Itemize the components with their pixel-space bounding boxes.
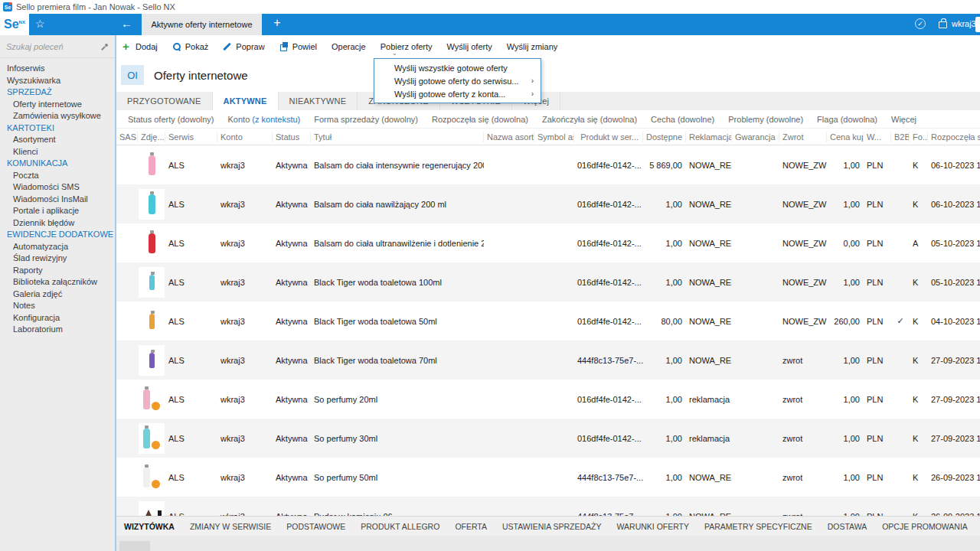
menu-item[interactable]: Wyślij wszystkie gotowe oferty bbox=[374, 61, 541, 74]
column-header-konto[interactable]: Konto bbox=[217, 132, 273, 142]
toolbar-button[interactable]: Pokaż bbox=[172, 42, 209, 51]
sidebar-item[interactable]: Konfiguracja bbox=[0, 312, 115, 324]
table-row[interactable]: ALSwkraj3AktywnaPuder w kamieniu 06444f8… bbox=[116, 497, 980, 516]
detail-tab[interactable]: PARAMETRY SPECYFICZNE bbox=[697, 522, 820, 531]
view-tab[interactable]: PRZYGOTOWANE bbox=[116, 92, 213, 110]
favorites-star-icon[interactable]: ☆ bbox=[35, 18, 45, 30]
column-header-rozpoczela[interactable]: Rozpoczęła się bbox=[928, 132, 980, 142]
sidebar-item[interactable]: Notes bbox=[0, 300, 115, 312]
filter-chip[interactable]: Cecha (dowolne) bbox=[644, 115, 721, 124]
filter-chip[interactable]: Konto (z kontekstu) bbox=[221, 115, 308, 124]
account-name: wkraj3 bbox=[952, 19, 976, 28]
column-header-gwarancja[interactable]: Gwarancja bbox=[732, 132, 779, 142]
table-row[interactable]: ALSwkraj3AktywnaBalsam do ciała nawilżaj… bbox=[116, 184, 980, 223]
sidebar-item[interactable]: Laboratorium bbox=[0, 324, 115, 336]
toolbar-button[interactable]: Pobierz oferty bbox=[381, 42, 433, 51]
column-header-serwis[interactable]: Serwis bbox=[165, 132, 217, 142]
toolbar-button[interactable]: Powiel bbox=[279, 42, 317, 51]
detail-tab[interactable]: DOSTAWA bbox=[820, 522, 875, 531]
detail-tab[interactable]: USTAWIENIA SPRZEDAŻY bbox=[495, 522, 609, 531]
sidebar-item[interactable]: Oferty internetowe bbox=[0, 99, 115, 111]
sidebar-item[interactable]: Portale i aplikacje bbox=[0, 205, 115, 217]
table-row[interactable]: ALSwkraj3AktywnaBalsam do ciała intensyw… bbox=[116, 145, 980, 184]
pin-icon[interactable] bbox=[101, 43, 109, 51]
column-header-b2b[interactable]: B2B bbox=[891, 132, 910, 142]
column-header-produkt[interactable]: Produkt w ser... bbox=[574, 132, 643, 142]
filter-chip[interactable]: Problemy (dowolne) bbox=[721, 115, 810, 124]
detail-tab[interactable]: OPCJE PROMOWANIA bbox=[874, 522, 975, 531]
sidebar-item[interactable]: Zamówienia wysyłkowe bbox=[0, 110, 115, 122]
sidebar-item[interactable]: Ślad rewizyjny bbox=[0, 253, 115, 265]
column-header-thumb[interactable]: Zdję... bbox=[138, 132, 165, 142]
toolbar-button[interactable]: Operacje bbox=[332, 42, 366, 51]
cell-produkt: 444f8c13-75e7-... bbox=[574, 473, 643, 482]
detail-tab[interactable]: OFERTA bbox=[447, 522, 495, 531]
filter-chip[interactable]: Forma sprzedaży (dowolny) bbox=[307, 115, 425, 124]
detail-tab[interactable]: PRODUKT ALLEGRO bbox=[353, 522, 447, 531]
menu-item[interactable]: Wyślij gotowe oferty z konta...› bbox=[374, 87, 541, 100]
column-header-nazwa[interactable]: Nazwa asort...▲ bbox=[484, 132, 534, 142]
table-row[interactable]: ALSwkraj3AktywnaBalsam do ciała ultranaw… bbox=[116, 223, 980, 262]
detail-tab[interactable]: WARUNKI OFERTY bbox=[609, 522, 697, 531]
toolbar-button[interactable]: Popraw bbox=[223, 42, 264, 51]
column-header-cena[interactable]: Cena kup t... bbox=[827, 132, 864, 142]
table-row[interactable]: ALSwkraj3AktywnaBlack Tiger woda toaleto… bbox=[116, 302, 980, 341]
sidebar-item[interactable]: Biblioteka załączników bbox=[0, 276, 115, 289]
cell-reklamacja: reklamacja bbox=[686, 434, 732, 443]
cell-produkt: 444f8c13-75e7-... bbox=[574, 356, 643, 365]
sidebar-item[interactable]: Automatyzacja bbox=[0, 241, 115, 253]
filter-chip[interactable]: Status oferty (dowolny) bbox=[121, 115, 221, 124]
column-header-status[interactable]: Status bbox=[273, 132, 311, 142]
search-input[interactable] bbox=[6, 42, 98, 51]
filter-chip[interactable]: Flaga (dowolna) bbox=[810, 115, 884, 124]
filter-chip[interactable]: Rozpoczęła się (dowolna) bbox=[425, 115, 535, 124]
sidebar-item[interactable]: Wyszukiwarka bbox=[0, 75, 115, 87]
view-tab[interactable]: AKTYWNE bbox=[213, 92, 279, 110]
column-header-fo[interactable]: Fo... bbox=[910, 132, 928, 142]
detail-tab[interactable]: WIZYTÓWKA bbox=[116, 522, 182, 531]
toolbar-button[interactable]: Wyślij zmiany bbox=[507, 42, 558, 51]
sidebar-item[interactable]: Wiadomości SMS bbox=[0, 181, 115, 194]
sidebar-item[interactable]: Klienci bbox=[0, 146, 115, 158]
document-tab-active[interactable]: Aktywne oferty internetowe bbox=[142, 14, 262, 35]
sidebar-item[interactable]: Dziennik błędów bbox=[0, 217, 115, 230]
chevron-down-icon: ⌄ bbox=[392, 50, 397, 57]
menu-item[interactable]: Wyślij gotowe oferty do serwisu...› bbox=[374, 74, 541, 87]
sidebar-item[interactable]: Poczta bbox=[0, 170, 115, 182]
column-header-zwrot[interactable]: Zwrot bbox=[779, 132, 827, 142]
table-row[interactable]: ALSwkraj3AktywnaSo perfumy 50ml444f8c13-… bbox=[116, 458, 980, 497]
toolbar-button[interactable]: Dodaj bbox=[122, 42, 158, 51]
detail-tab[interactable]: ZDJĘCIA bbox=[975, 522, 980, 531]
back-arrow-icon[interactable]: ← bbox=[121, 17, 132, 30]
column-header-waluta[interactable]: W... bbox=[864, 132, 891, 142]
sidebar-item[interactable]: Raporty bbox=[0, 265, 115, 277]
table-row[interactable]: ALSwkraj3AktywnaSo perfumy 20ml016df4fe-… bbox=[116, 380, 980, 419]
filter-chip[interactable]: Zakończyła się (dowolna) bbox=[535, 115, 644, 124]
sidebar-item[interactable]: Galeria zdjęć bbox=[0, 289, 115, 301]
sidebar-item[interactable]: Infoserwis bbox=[0, 63, 115, 75]
cell-status: Aktywna bbox=[273, 239, 311, 248]
cell-dostepne: 1,00 bbox=[643, 239, 686, 248]
filter-label: Forma sprzedaży bbox=[314, 115, 381, 124]
column-header-tytul[interactable]: Tytuł bbox=[311, 132, 484, 142]
filter-chip[interactable]: Więcej bbox=[884, 115, 923, 124]
column-header-symbol[interactable]: Symbol as... bbox=[534, 132, 574, 142]
sidebar-item[interactable]: Wiadomości InsMail bbox=[0, 194, 115, 206]
new-tab-button[interactable]: + bbox=[266, 16, 288, 30]
view-tab[interactable]: NIEAKTYWNE bbox=[279, 92, 358, 110]
edge-partial-button[interactable] bbox=[975, 17, 980, 32]
detail-tab[interactable]: PODSTAWOWE bbox=[279, 522, 353, 531]
table-row[interactable]: ALSwkraj3AktywnaBlack Tiger woda toaleto… bbox=[116, 262, 980, 302]
column-header-reklamacja[interactable]: Reklamacja bbox=[686, 132, 732, 142]
sync-status-icon[interactable]: ✓ bbox=[915, 18, 926, 29]
column-header-sas[interactable]: SAS bbox=[116, 132, 138, 142]
sidebar-item[interactable]: Asortyment bbox=[0, 134, 115, 146]
table-row[interactable]: ALSwkraj3AktywnaBlack Tiger woda toaleto… bbox=[116, 341, 980, 380]
product-shape bbox=[149, 194, 155, 214]
cell-cena: 1,00 bbox=[827, 473, 864, 482]
table-row[interactable]: ALSwkraj3AktywnaSo perfumy 30ml016df4fe-… bbox=[116, 419, 980, 458]
detail-tab[interactable]: ZMIANY W SERWISIE bbox=[182, 522, 279, 531]
filter-value: (dowolna) bbox=[492, 115, 528, 124]
column-header-dostepne[interactable]: Dostępne bbox=[643, 132, 686, 142]
toolbar-button[interactable]: Wyślij oferty bbox=[447, 42, 492, 51]
